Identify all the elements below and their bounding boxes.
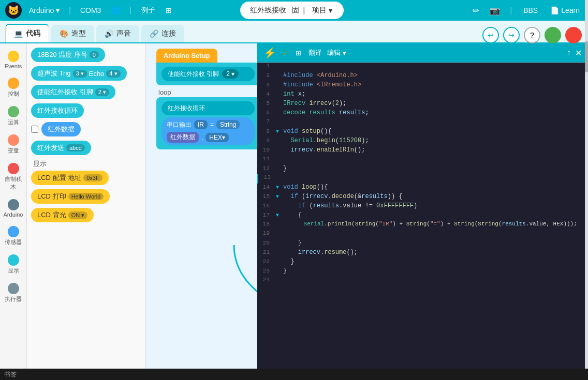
block-ir-receive[interactable]: 使能红外接收 引脚 2 ▾ bbox=[31, 85, 115, 99]
code-check-icon: ✓ bbox=[282, 48, 288, 58]
bbs-button[interactable]: BBS bbox=[520, 4, 541, 17]
block-ultrasonic[interactable]: 超声波 Trig 3 ▾ Echo 4 ▾ bbox=[31, 66, 127, 81]
canvas-area[interactable]: Arduino Setup 使能红外接收 引脚 2 ▾ loop bbox=[146, 43, 257, 380]
examples-label: 例子 bbox=[141, 6, 155, 15]
block-lcd-backlight-d[interactable]: ON ▾ bbox=[68, 211, 88, 219]
canvas-setup-header[interactable]: Arduino Setup bbox=[156, 49, 217, 63]
sidebar-item-actuators[interactable]: 执行器 bbox=[0, 280, 26, 306]
sidebar-events-label: Events bbox=[5, 63, 22, 69]
tab-code-label: 代码 bbox=[26, 29, 40, 38]
block-ir-loop-row: 红外接收循环 bbox=[31, 103, 141, 118]
fold-arrow-17[interactable]: ▼ bbox=[276, 212, 283, 218]
sidebar-item-events[interactable]: Events bbox=[0, 48, 26, 72]
edit-menu-button[interactable]: 编辑 ▾ bbox=[327, 48, 346, 57]
edit-icon-button[interactable]: ✏ bbox=[471, 4, 481, 18]
block-ir-receive-d[interactable]: 2 ▾ bbox=[95, 88, 109, 96]
block-ultrasonic-d2[interactable]: 4 ▾ bbox=[106, 70, 120, 78]
code-line-16: 16 if (results.value != 0xFFFFFFFF) bbox=[257, 202, 588, 211]
upload-button[interactable]: ↑ bbox=[567, 48, 571, 58]
tab-sound[interactable]: 🔊 声音 bbox=[96, 25, 139, 42]
project-dropdown[interactable]: 项目 ▾ bbox=[309, 4, 335, 17]
block-lcd-print-label: LCD 打印 bbox=[37, 192, 66, 201]
canvas-ir-enable-block[interactable]: 使能红外接收 引脚 2 ▾ bbox=[161, 67, 255, 81]
block-ir-send[interactable]: 红外发送 abcd bbox=[31, 141, 91, 155]
sidebar-item-arduino[interactable]: Arduino bbox=[0, 196, 26, 221]
block-ultrasonic-row: 超声波 Trig 3 ▾ Echo 4 ▾ bbox=[31, 66, 141, 81]
block-ultrasonic-d1[interactable]: 3 ▾ bbox=[73, 70, 87, 78]
translate-button[interactable]: 翻译 bbox=[308, 48, 322, 57]
code-line-10: 10 irrecv.enableIRIn(); bbox=[257, 146, 588, 156]
tab-model[interactable]: 🎨 造型 bbox=[51, 25, 94, 42]
help-button[interactable]: ? bbox=[524, 27, 540, 43]
canvas-serial-eq: = bbox=[210, 121, 214, 128]
block-lcd-addr[interactable]: LCD 配置 地址 0x3F bbox=[31, 171, 109, 185]
block-lcd-backlight[interactable]: LCD 背光 ON ▾ bbox=[31, 208, 94, 222]
fold-arrow-14[interactable]: ▼ bbox=[276, 185, 283, 190]
block-lcd-print[interactable]: LCD 打印 Hello World bbox=[31, 189, 110, 204]
logo: 🐱 bbox=[5, 2, 22, 19]
examples-button[interactable]: 例子 bbox=[138, 4, 158, 17]
camera-icon-button[interactable]: 📷 bbox=[488, 4, 502, 18]
events-dot bbox=[8, 51, 19, 62]
sidebar-operators-label: 运算 bbox=[8, 118, 19, 126]
code-line-7: 7 bbox=[257, 118, 588, 128]
stop-button[interactable] bbox=[565, 27, 582, 43]
learn-doc-icon: 📄 bbox=[550, 6, 559, 14]
canvas-ir-enable-dropdown[interactable]: 2 ▾ bbox=[222, 69, 239, 79]
block-ir-data-checkbox[interactable] bbox=[31, 126, 38, 133]
sidebar-item-control[interactable]: 控制 bbox=[0, 74, 26, 101]
search-bar: 红外线接收 固 | 项目 ▾ bbox=[240, 2, 344, 19]
tab-sound-icon: 🔊 bbox=[105, 29, 113, 38]
code-line-18: 18 Serial.println(String("IR") + String(… bbox=[257, 221, 588, 230]
canvas-serial-hex[interactable]: HEX ▾ bbox=[205, 133, 229, 142]
tab-connect-label: 连接 bbox=[161, 29, 176, 38]
globe-button[interactable]: 🌐 bbox=[108, 4, 123, 17]
close-code-button[interactable]: ✕ bbox=[575, 48, 582, 58]
redo-button[interactable]: ↪ bbox=[503, 27, 520, 43]
block-ir-data[interactable]: 红外数据 bbox=[41, 122, 81, 136]
code-line-11: 11 bbox=[257, 156, 588, 165]
block-ds18b20[interactable]: 18B20 温度 序号 0 bbox=[31, 48, 105, 62]
top-right-actions: ✏ 📷 | BBS 📄 Learn bbox=[471, 4, 583, 18]
edit-arrow: ▾ bbox=[343, 49, 346, 57]
arduino-menu[interactable]: Arduino ▾ bbox=[26, 4, 63, 17]
sidebar-item-custom[interactable]: 自制积木 bbox=[0, 160, 26, 194]
block-ir-loop[interactable]: 红外接收循环 bbox=[31, 103, 84, 118]
learn-label: Learn bbox=[561, 6, 580, 14]
sidebar-item-operators[interactable]: 运算 bbox=[0, 103, 26, 129]
tab-connect[interactable]: 🔗 连接 bbox=[141, 25, 184, 42]
canvas-ir-loop-block[interactable]: 红外接收循环 bbox=[161, 101, 255, 115]
arduino-label: Arduino bbox=[29, 6, 54, 14]
block-ir-loop-label: 红外接收循环 bbox=[37, 106, 78, 115]
tab-model-label: 造型 bbox=[71, 29, 86, 38]
com-port[interactable]: COM3 bbox=[77, 4, 104, 17]
arduino-arrow: ▾ bbox=[56, 6, 60, 14]
sidebar-custom-label: 自制积木 bbox=[2, 175, 24, 191]
undo-button[interactable]: ↩ bbox=[482, 27, 499, 43]
tab-code[interactable]: 💻 代码 bbox=[5, 24, 49, 42]
search-fixed: 固 bbox=[292, 6, 299, 15]
control-dot bbox=[8, 78, 19, 89]
run-button[interactable] bbox=[545, 27, 561, 43]
block-lcd-addr-badge: 0x3F bbox=[83, 174, 102, 181]
sidebar-item-sensors[interactable]: 传感器 bbox=[0, 223, 26, 249]
bookmark-label: 书签 bbox=[4, 370, 17, 379]
sidebar-control-label: 控制 bbox=[8, 90, 19, 98]
custom-dot bbox=[8, 163, 19, 174]
sidebar-item-display[interactable]: 显示 bbox=[0, 251, 26, 278]
block-lcd-print-row: LCD 打印 Hello World bbox=[31, 189, 141, 204]
grid-button[interactable]: ⊞ bbox=[163, 4, 175, 17]
display-section-label: 显示 bbox=[31, 159, 141, 169]
sidebar-item-variables[interactable]: 变量 bbox=[0, 131, 26, 158]
block-lcd-backlight-row: LCD 背光 ON ▾ bbox=[31, 208, 141, 222]
fold-arrow-8[interactable]: ▼ bbox=[276, 129, 283, 134]
fold-arrow-15[interactable]: ▼ bbox=[276, 194, 283, 200]
code-editor[interactable]: 1 2 #include <Arduino.h> 3 #include <IRr… bbox=[257, 63, 588, 376]
learn-button[interactable]: 📄 Learn bbox=[547, 4, 583, 17]
globe-icon: 🌐 bbox=[111, 6, 120, 14]
main-content: Events 控制 运算 变量 自制积木 Arduino 传感器 显示 bbox=[0, 43, 588, 380]
block-ir-receive-row: 使能红外接收 引脚 2 ▾ bbox=[31, 85, 141, 99]
operators-dot bbox=[8, 106, 19, 117]
canvas-serial-block[interactable]: 串口输出 IR = String 红外数据 , HEX ▾ bbox=[161, 117, 255, 145]
search-text: 红外线接收 bbox=[248, 6, 287, 15]
